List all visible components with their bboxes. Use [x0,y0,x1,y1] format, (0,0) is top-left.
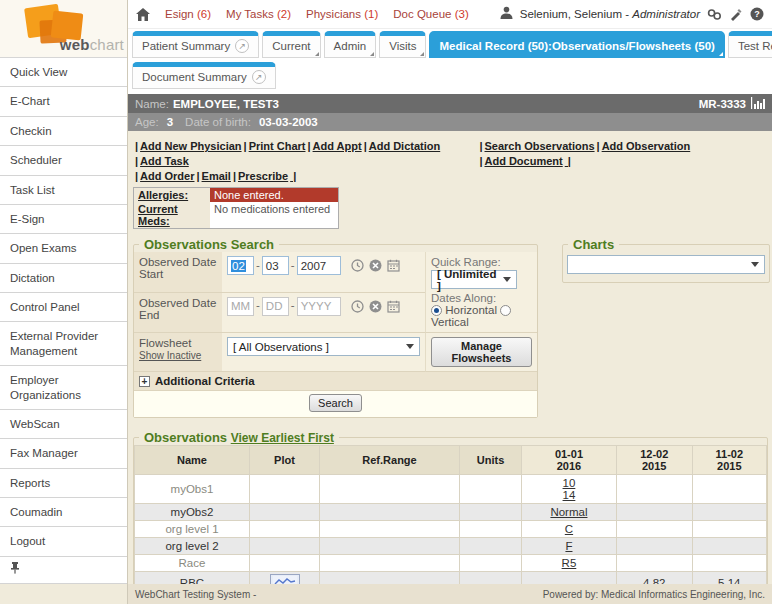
clock-icon[interactable] [351,300,364,313]
expand-plus-icon[interactable]: + [139,376,150,387]
col-plot: Plot [250,446,320,475]
sparkline-plot-button[interactable] [270,574,300,584]
obs-value-link[interactable]: 10 [525,477,613,489]
flowsheet-select[interactable]: [ All Observations ] [227,337,420,356]
tab-document-summary[interactable]: Document Summary ↗ [132,62,276,89]
sidebar-pin-button[interactable] [0,557,127,584]
sidebar-item-webscan[interactable]: WebScan [0,410,127,439]
observed-date-start-label: Observed Date Start [134,252,222,293]
table-row: myObs1 1014 [135,475,767,504]
search-observations-link[interactable]: Search Observations [477,140,594,152]
help-icon[interactable]: ? [750,7,764,21]
tab-admin[interactable]: Admin [324,31,377,58]
end-day-input[interactable]: DD [262,297,289,316]
sidebar-item-task-list[interactable]: Task List [0,176,127,205]
tab-visits[interactable]: Visits [379,31,426,58]
obs-value-link[interactable]: C [525,523,613,535]
clear-date-icon[interactable] [369,259,382,272]
webchart-logo[interactable]: webchart [0,0,127,57]
manage-flowsheets-button[interactable]: Manage Flowsheets [431,337,532,367]
allergies-link[interactable]: Allergies: [138,189,188,201]
home-icon[interactable] [136,8,150,21]
topnav-esign[interactable]: Esign (6) [165,8,211,20]
view-earliest-first-link[interactable]: View Earliest First [231,431,334,445]
calendar-icon[interactable] [387,259,400,272]
sidebar-item-open-exams[interactable]: Open Exams [0,234,127,263]
charts-title: Charts [568,237,619,252]
tab-medical-record-observations[interactable]: Medical Record (50):Observations/Flowshe… [429,31,724,58]
sidebar-item-logout[interactable]: Logout [0,527,127,556]
add-order-link[interactable]: Add Order [133,170,194,182]
email-link[interactable]: Email [194,170,230,182]
observations-header: Observations View Earliest First [139,430,339,445]
sidebar-item-fax-manager[interactable]: Fax Manager [0,439,127,468]
action-links-right: Search ObservationsAdd ObservationAdd Do… [477,139,768,184]
start-day-input[interactable]: 03 [262,256,289,275]
sidebar-item-quick-view[interactable]: Quick View [0,58,127,87]
topnav-doc-queue[interactable]: Doc Queue (3) [393,8,468,20]
show-inactive-link[interactable]: Show Inactive [139,350,201,361]
sidebar-item-e-sign[interactable]: E-Sign [0,205,127,234]
sidebar-item-control-panel[interactable]: Control Panel [0,293,127,322]
bar-chart-icon[interactable] [751,97,765,111]
quick-range-select[interactable]: [ Unlimited ] [431,270,517,289]
col-units: Units [460,446,522,475]
print-chart-link[interactable]: Print Chart [242,140,306,152]
sidebar-item-scheduler[interactable]: Scheduler [0,146,127,175]
obs-value-link[interactable]: 4.82 [620,577,689,585]
obs-name: RBC [135,572,250,585]
start-year-input[interactable]: 2007 [297,256,341,275]
start-month-input[interactable]: 02 [227,256,254,275]
flowsheet-label-cell: Flowsheet Show Inactive [134,333,222,372]
add-new-physician-link[interactable]: Add New Physician [133,140,242,152]
sidebar-item-employer-organizations[interactable]: Employer Organizations [0,366,127,410]
prescribe-link[interactable]: Prescribe [231,170,296,182]
age-label: Age: [135,116,159,128]
current-meds-link[interactable]: Current Meds: [138,203,178,227]
topnav-my-tasks[interactable]: My Tasks (2) [226,8,291,20]
footer-left-text: WebChart Testing System - [135,589,256,600]
chain-links-icon[interactable] [707,8,722,21]
clock-icon[interactable] [351,259,364,272]
add-task-link[interactable]: Add Task [133,155,189,167]
end-month-input[interactable]: MM [227,297,254,316]
obs-value-link[interactable]: R5 [525,557,613,569]
add-document-link[interactable]: Add Document [477,155,570,167]
sidebar-item-coumadin[interactable]: Coumadin [0,498,127,527]
sidebar-item-checkin[interactable]: Checkin [0,117,127,146]
tab-current[interactable]: Current [262,31,320,58]
horizontal-radio[interactable] [431,305,442,316]
clear-date-icon[interactable] [369,300,382,313]
col-name: Name [135,446,250,475]
obs-value-link[interactable]: Normal [525,506,613,518]
charts-select[interactable] [567,255,765,274]
topnav-physicians[interactable]: Physicians (1) [306,8,378,20]
tab-patient-summary[interactable]: Patient Summary ↗ [132,31,259,58]
sidebar-item-dictation[interactable]: Dictation [0,264,127,293]
tab-test-results[interactable]: Test Results [728,31,772,58]
sidebar-item-reports[interactable]: Reports [0,469,127,498]
user-name[interactable]: Selenium, Selenium - Administrator [520,8,700,20]
sidebar-item-e-chart[interactable]: E-Chart [0,87,127,116]
add-appt-link[interactable]: Add Appt [305,140,361,152]
obs-value-link[interactable]: 5.14 [696,577,763,585]
vertical-radio[interactable] [500,305,511,316]
add-dictation-link[interactable]: Add Dictation [362,140,441,152]
popout-icon[interactable]: ↗ [252,70,266,84]
chevron-down-icon [751,262,759,267]
obs-value-link[interactable]: F [525,540,613,552]
obs-value-link[interactable]: 14 [525,489,613,501]
search-button[interactable]: Search [309,394,362,412]
wand-icon[interactable] [729,8,743,21]
popout-icon[interactable]: ↗ [235,39,249,53]
observations-search-panel: Observations Search Observed Date Start … [133,237,538,418]
footer-right-text: Powered by: Medical Informatics Engineer… [543,589,765,600]
observed-date-end-fields: MM-DD-YYYY [222,293,425,334]
sidebar-item-external-provider-management[interactable]: External Provider Management [0,322,127,366]
end-year-input[interactable]: YYYY [297,297,341,316]
calendar-icon[interactable] [387,300,400,313]
add-observation-link[interactable]: Add Observation [595,140,691,152]
additional-criteria-toggle[interactable]: + Additional Criteria [134,372,537,391]
obs-name: myObs1 [135,475,250,504]
action-links-row2-left: Add OrderEmailPrescribe [133,169,477,184]
